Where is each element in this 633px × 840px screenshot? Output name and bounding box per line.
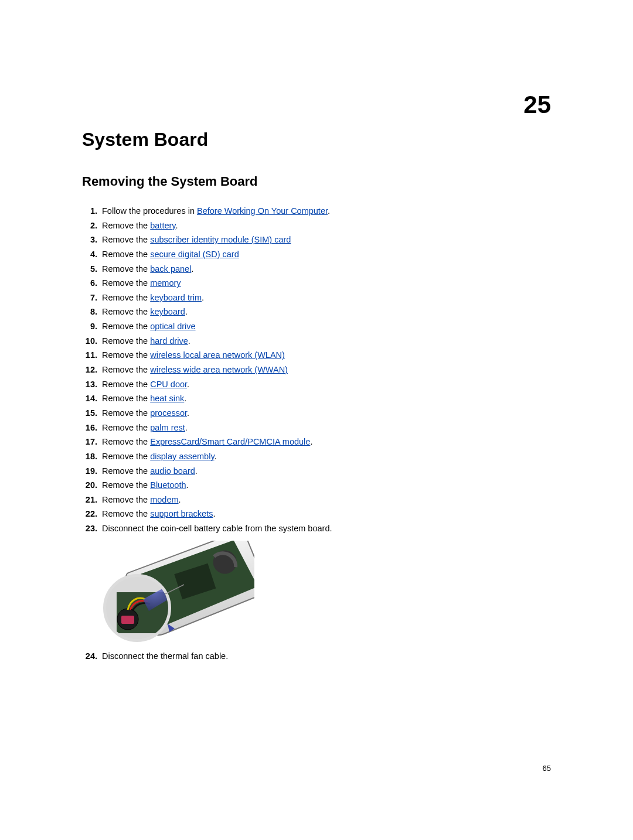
step-text: Remove the (102, 235, 150, 244)
step-text: Remove the (102, 264, 150, 274)
step-item: Remove the audio board. (82, 464, 551, 479)
step-text: Remove the (102, 250, 150, 259)
step-link[interactable]: subscriber identity module (SIM) card (150, 235, 291, 244)
step-link[interactable]: back panel (150, 264, 191, 274)
step-item: Remove the wireless wide area network (W… (82, 363, 551, 377)
step-text: Remove the (102, 221, 150, 230)
chapter-number: 25 (523, 91, 551, 119)
step-item: Remove the keyboard trim. (82, 291, 551, 305)
step-item: Remove the wireless local area network (… (82, 348, 551, 363)
step-link[interactable]: ExpressCard/Smart Card/PCMCIA module (150, 437, 310, 446)
step-item: Remove the battery. (82, 218, 551, 233)
step-item: Remove the optical drive (82, 319, 551, 334)
step-text-post: . (191, 264, 193, 274)
step-item: Remove the support brackets. (82, 507, 551, 521)
step-text: Remove the (102, 380, 150, 389)
step-text: Remove the (102, 336, 150, 346)
step-link[interactable]: wireless wide area network (WWAN) (150, 365, 288, 374)
section-title: Removing the System Board (82, 174, 551, 189)
step-link[interactable]: support brackets (150, 509, 213, 518)
step-item: Remove the secure digital (SD) card (82, 247, 551, 262)
step-text-post: . (310, 437, 312, 446)
step-figure (102, 541, 551, 649)
step-text: Remove the (102, 466, 150, 476)
step-item: Remove the memory (82, 276, 551, 291)
procedure-steps: Follow the procedures in Before Working … (82, 204, 551, 663)
step-link[interactable]: CPU door (150, 380, 187, 389)
step-link[interactable]: keyboard trim (150, 293, 202, 302)
step-item: Remove the hard drive. (82, 334, 551, 349)
step-text-post: . (179, 495, 181, 504)
step-link[interactable]: display assembly (150, 452, 214, 461)
step-link[interactable]: modem (150, 495, 178, 504)
svg-rect-8 (121, 616, 134, 624)
step-item: Remove the heat sink. (82, 391, 551, 406)
step-item: Remove the ExpressCard/Smart Card/PCMCIA… (82, 435, 551, 449)
step-text-post: . (195, 466, 198, 476)
step-text: Follow the procedures in (102, 206, 197, 216)
step-link[interactable]: Before Working On Your Computer (197, 206, 328, 216)
step-text-post: . (184, 394, 186, 403)
step-text: Remove the (102, 437, 150, 446)
step-text: Disconnect the coin-cell battery cable f… (102, 524, 332, 533)
step-text-post: . (175, 221, 178, 230)
step-text: Remove the (102, 307, 150, 316)
step-text: Remove the (102, 423, 150, 432)
step-text-post: . (186, 480, 189, 490)
step-item: Remove the modem. (82, 493, 551, 507)
step-link[interactable]: palm rest (150, 423, 185, 432)
step-item: Remove the CPU door. (82, 377, 551, 392)
step-item: Remove the processor. (82, 406, 551, 421)
step-text-post: . (187, 380, 189, 389)
step-text: Remove the (102, 278, 150, 288)
step-link[interactable]: battery (150, 221, 175, 230)
step-text: Remove the (102, 480, 150, 490)
step-link[interactable]: hard drive (150, 336, 188, 346)
step-item: Remove the palm rest. (82, 421, 551, 435)
step-text-post: . (187, 408, 189, 418)
step-item: Disconnect the thermal fan cable. (82, 649, 551, 664)
step-text: Remove the (102, 495, 150, 504)
step-text: Remove the (102, 322, 150, 331)
step-text-post: . (185, 307, 188, 316)
step-item: Remove the subscriber identity module (S… (82, 233, 551, 247)
step-text-post: . (215, 452, 217, 461)
step-link[interactable]: Bluetooth (150, 480, 186, 490)
step-text: Remove the (102, 408, 150, 418)
step-text: Remove the (102, 365, 150, 374)
step-link[interactable]: processor (150, 408, 187, 418)
step-link[interactable]: memory (150, 278, 181, 288)
step-text: Remove the (102, 509, 150, 518)
step-item: Disconnect the coin-cell battery cable f… (82, 521, 551, 536)
step-text: Remove the (102, 293, 150, 302)
step-text: Disconnect the thermal fan cable. (102, 651, 228, 661)
step-text-post: . (185, 423, 188, 432)
step-text: Remove the (102, 350, 150, 360)
step-text-post: . (213, 509, 215, 518)
step-link[interactable]: keyboard (150, 307, 185, 316)
step-text: Remove the (102, 394, 150, 403)
chapter-title: System Board (82, 129, 551, 151)
step-link[interactable]: audio board (150, 466, 195, 476)
step-item: Remove the keyboard. (82, 305, 551, 319)
step-link[interactable]: optical drive (150, 322, 195, 331)
step-link[interactable]: secure digital (SD) card (150, 250, 239, 259)
page-number: 65 (543, 764, 551, 773)
step-text-post: . (202, 293, 204, 302)
step-text: Remove the (102, 452, 150, 461)
step-text-post: . (188, 336, 190, 346)
document-page: 25 System Board Removing the System Boar… (0, 0, 633, 840)
step-link[interactable]: heat sink (150, 394, 184, 403)
step-item: Remove the Bluetooth. (82, 478, 551, 493)
step-link[interactable]: wireless local area network (WLAN) (150, 350, 285, 360)
step-item: Remove the display assembly. (82, 449, 551, 464)
step-text-post: . (328, 206, 330, 216)
step-item: Remove the back panel. (82, 262, 551, 276)
step-item: Follow the procedures in Before Working … (82, 204, 551, 218)
